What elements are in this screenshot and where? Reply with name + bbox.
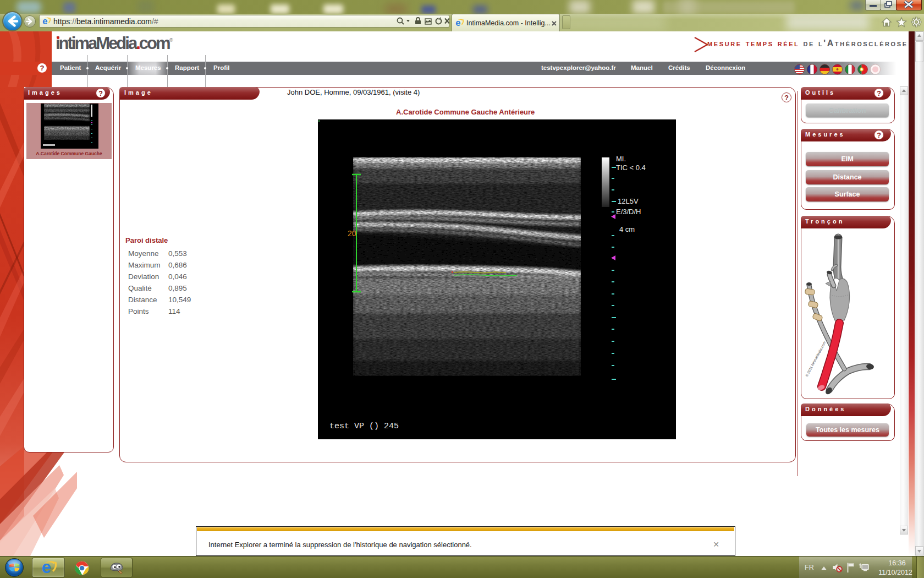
- svg-text:20: 20: [348, 229, 356, 238]
- svg-text:E/3/D/H: E/3/D/H: [616, 208, 641, 216]
- svg-text:12L5V: 12L5V: [618, 197, 639, 205]
- svg-text:test VP () 245: test VP () 245: [329, 422, 399, 431]
- svg-text:TIC < 0.4: TIC < 0.4: [616, 163, 646, 172]
- svg-text:4 cm: 4 cm: [619, 225, 635, 233]
- svg-text:MI.: MI.: [616, 155, 626, 163]
